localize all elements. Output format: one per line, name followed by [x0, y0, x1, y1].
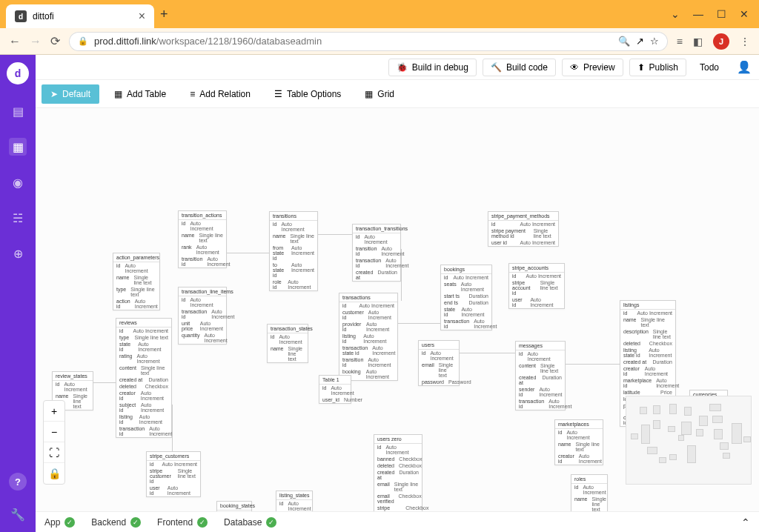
- kebab-menu-icon[interactable]: ⋮: [740, 36, 750, 47]
- schema-canvas[interactable]: action_parametersidAuto IncrementnameSin…: [36, 108, 759, 511]
- browser-tab[interactable]: d dittofi ×: [6, 4, 154, 28]
- sidebar-storage-icon[interactable]: ☵: [9, 209, 27, 227]
- back-button[interactable]: ←: [9, 35, 21, 48]
- build-debug-button[interactable]: 🐞Build in debug: [388, 59, 477, 76]
- search-in-page-icon[interactable]: 🔍: [618, 36, 630, 47]
- status-backend[interactable]: Backend✓: [91, 517, 141, 528]
- table-title: users: [419, 341, 459, 350]
- status-frontend[interactable]: Frontend✓: [157, 517, 208, 528]
- grid-tool[interactable]: ▦Grid: [356, 84, 403, 104]
- field-row: stripe payment method idSingle line text: [488, 227, 558, 239]
- table-roles[interactable]: rolesidAuto IncrementnameSingle line tex…: [571, 474, 608, 511]
- build-code-button[interactable]: 🔨Build code: [483, 59, 556, 76]
- table-reviews[interactable]: reviewsidAuto IncrementtypeSingle line t…: [116, 318, 172, 438]
- field-row: created atDuration: [374, 469, 422, 481]
- table-stripe-customers[interactable]: stripe_customersidAuto Incrementstripe c…: [146, 451, 201, 497]
- preview-button[interactable]: 👁Preview: [562, 59, 623, 76]
- url-text: prod.dittofi.link/workspace/1218/1960/da…: [94, 36, 322, 47]
- check-icon: ✓: [130, 517, 141, 528]
- table-stripe-payment-methods[interactable]: stripe_payment_methodsidAuto Incrementst…: [488, 211, 559, 247]
- table-transition-actions[interactable]: transition_actionsidAuto IncrementnameSi…: [178, 210, 227, 268]
- field-row: deletedCheckbox: [620, 340, 675, 347]
- settings-wrench-icon[interactable]: 🔧: [9, 505, 27, 523]
- minimize-icon[interactable]: —: [693, 8, 703, 20]
- table-title: marketplaces: [555, 420, 603, 429]
- field-row: idAuto Increment: [179, 220, 226, 232]
- field-row: idAuto Increment: [353, 233, 400, 245]
- bookmark-icon[interactable]: ☆: [650, 36, 659, 47]
- extensions-icon[interactable]: ◧: [693, 36, 703, 47]
- maximize-icon[interactable]: ☐: [717, 8, 726, 20]
- status-database[interactable]: Database✓: [224, 517, 276, 528]
- db-toolbar: ➤Default ▦Add Table ≡Add Relation ☰Table…: [36, 80, 759, 108]
- table-users[interactable]: usersidAuto IncrementemailSingle line te…: [418, 340, 460, 386]
- default-tool[interactable]: ➤Default: [42, 84, 99, 104]
- add-relation-tool[interactable]: ≡Add Relation: [181, 84, 259, 104]
- table-marketplaces[interactable]: marketplacesidAuto IncrementnameSingle l…: [554, 419, 603, 465]
- top-action-bar: 🐞Build in debug 🔨Build code 👁Preview ⬆Pu…: [36, 55, 759, 80]
- field-row: deletedCheckbox: [374, 462, 422, 469]
- chevron-down-icon[interactable]: ⌄: [671, 8, 680, 20]
- browser-tab-bar: d dittofi × + ⌄ — ☐ ✕: [0, 0, 759, 28]
- table-transaction-line-items[interactable]: transaction_line_itemsidAuto Incrementtr…: [178, 287, 227, 345]
- table-booking-states[interactable]: booking_statesidAuto IncrementnameSingle…: [216, 501, 252, 511]
- profile-avatar[interactable]: J: [713, 33, 729, 50]
- table-transitions[interactable]: transitionsidAuto IncrementnameSingle li…: [269, 211, 318, 291]
- table-title: action_parameters: [113, 253, 159, 262]
- field-row: idAuto Increment: [147, 461, 200, 468]
- table-options-tool[interactable]: ☰Table Options: [265, 84, 350, 104]
- table-transaction-states[interactable]: transaction_statesidAuto IncrementnameSi…: [267, 324, 308, 363]
- sidebar-database-icon[interactable]: ▦: [9, 138, 27, 156]
- field-row: start tsDuration: [441, 293, 491, 299]
- field-row: provider idAuto Increment: [339, 321, 397, 333]
- reading-list-icon[interactable]: ≡: [677, 36, 683, 47]
- field-row: idAuto Increment: [441, 274, 491, 281]
- field-row: nameSingle line text: [270, 233, 317, 245]
- sidebar-globe-icon[interactable]: ⊕: [9, 245, 27, 262]
- table-users-zero[interactable]: users zeroidAuto IncrementbannedCheckbox…: [374, 434, 422, 511]
- table-table1[interactable]: Table 1idAuto Incrementuser_idNumber: [319, 375, 351, 404]
- field-row: listing idAuto Increment: [116, 413, 171, 425]
- table-action-parameters[interactable]: action_parametersidAuto IncrementnameSin…: [113, 253, 160, 310]
- status-expand-icon[interactable]: ⌃: [741, 516, 750, 528]
- minimap[interactable]: [626, 396, 752, 485]
- table-transactions[interactable]: transactionsidAuto Incrementcustomer idA…: [339, 293, 398, 381]
- field-row: user idAuto Increment: [509, 296, 564, 308]
- table-listing-states[interactable]: listing_statesidAuto IncrementnameSingle…: [276, 491, 313, 511]
- field-row: idAuto Increment: [620, 310, 675, 316]
- table-icon: ▦: [114, 89, 122, 99]
- window-controls: ⌄ — ☐ ✕: [671, 8, 759, 20]
- sidebar-pages-icon[interactable]: ▤: [9, 102, 27, 120]
- field-row: nameSingle line text: [113, 274, 159, 286]
- field-row: transaction idAuto Increment: [353, 257, 400, 269]
- forward-button[interactable]: →: [30, 35, 42, 48]
- share-icon[interactable]: ↗: [636, 36, 644, 47]
- address-bar[interactable]: 🔒 prod.dittofi.link/workspace/1218/1960/…: [69, 32, 668, 51]
- field-row: created atDuration: [620, 359, 675, 365]
- add-table-tool[interactable]: ▦Add Table: [105, 84, 175, 104]
- app-logo[interactable]: d: [7, 62, 29, 84]
- user-icon[interactable]: 👤: [737, 60, 752, 74]
- new-tab-button[interactable]: +: [160, 7, 168, 22]
- close-tab-icon[interactable]: ×: [139, 10, 145, 23]
- field-row: quantityAuto Increment: [179, 332, 226, 344]
- field-row: email verifiedCheckbox: [374, 493, 422, 505]
- sidebar-api-icon[interactable]: ◉: [9, 173, 27, 191]
- zoom-out-button[interactable]: −: [44, 422, 64, 442]
- table-transaction-transitions[interactable]: transaction_transitionsidAuto Incrementt…: [352, 224, 401, 282]
- status-app[interactable]: App✓: [44, 517, 75, 528]
- help-icon[interactable]: ?: [9, 473, 27, 491]
- publish-button[interactable]: ⬆Publish: [629, 59, 686, 76]
- fit-screen-button[interactable]: ⛶: [44, 442, 64, 463]
- lock-view-button[interactable]: 🔒: [44, 463, 64, 484]
- table-title: review_states: [53, 372, 93, 381]
- reload-button[interactable]: ⟳: [50, 34, 60, 48]
- table-stripe-accounts[interactable]: stripe_accountsidAuto Incrementstripe ac…: [508, 263, 565, 309]
- field-row: nameSingle line text: [620, 316, 675, 328]
- field-row: transition idAuto Increment: [339, 356, 397, 368]
- table-bookings[interactable]: bookingsidAuto IncrementseatsAuto Increm…: [440, 265, 492, 330]
- zoom-in-button[interactable]: +: [44, 401, 64, 422]
- close-window-icon[interactable]: ✕: [740, 8, 749, 20]
- table-messages[interactable]: messagesidAuto IncrementcontentSingle li…: [515, 341, 566, 410]
- todo-button[interactable]: Todo: [692, 59, 726, 76]
